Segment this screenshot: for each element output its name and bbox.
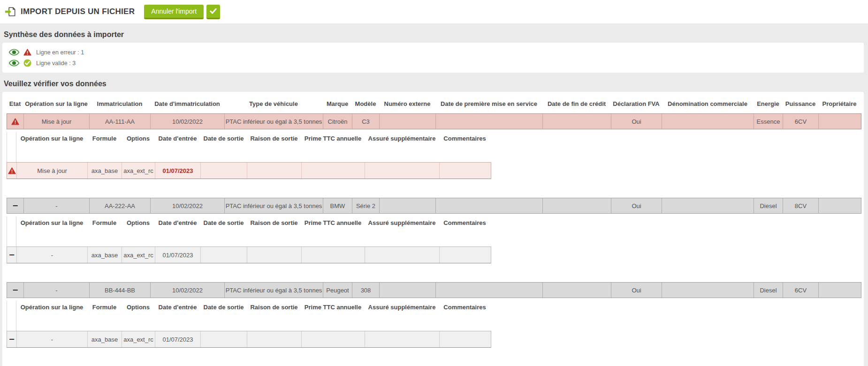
contract-cell: - [17,247,88,263]
vehicle-cell: PTAC inférieur ou égal à 3,5 tonnes [225,283,323,298]
column-header: Numéro externe [379,100,435,107]
eye-icon[interactable] [9,49,19,56]
sub-column-header: Options [122,135,155,142]
vehicle-cell [436,114,543,129]
check-icon [210,8,217,14]
vehicle-cell: 308 [352,283,380,298]
contract-cell [440,331,491,347]
vehicle-cell: 6CV [783,114,819,129]
vehicle-cell: PTAC inférieur ou égal à 3,5 tonnes [225,114,323,129]
sub-column-header: Prime TTC annuelle [301,219,365,226]
vehicle-group: −-BB-444-BB10/02/2022PTAC inférieur ou é… [7,282,860,348]
contract-cell: axa_ext_rc [122,247,155,263]
contract-cell [201,163,247,179]
cancel-import-button[interactable]: Annuler l'import [144,5,204,19]
sub-column-header: Formule [87,135,122,142]
column-header: Dénomination commerciale [662,100,754,107]
vehicle-cell [543,114,611,129]
row-state-cell: − [7,331,17,347]
subtable-gutter [7,229,16,246]
collapse-minus-icon[interactable]: − [8,251,15,259]
summary-item: Ligne valide : 3 [9,58,864,68]
vehicle-cell: BMW [323,198,352,213]
contract-cell [302,331,365,347]
vehicle-cell: Oui [611,114,662,129]
column-header: Déclaration FVA [611,100,662,107]
vehicle-cell [662,114,754,129]
sub-column-header: Date d'entrée [155,135,200,142]
vehicle-cell: BB-444-BB [90,283,151,298]
sub-column-header: Prime TTC annuelle [301,304,365,311]
contract-cell [440,247,491,263]
contract-cell: axa_base [88,163,122,179]
vehicle-row: Mise à jourAA-111-AA10/02/2022PTAC infér… [7,113,861,129]
vehicle-cell: AA-222-AA [90,198,151,213]
sub-column-header: Opération sur la ligne [16,219,87,226]
sub-column-header: Commentaires [439,135,490,142]
vehicle-cell: 10/02/2022 [151,114,225,129]
vehicle-cell [436,283,543,298]
subtable-gutter [7,313,16,331]
row-state-cell: − [7,247,17,263]
vehicle-row: −-BB-444-BB10/02/2022PTAC inférieur ou é… [7,282,861,298]
contract-cell [247,331,302,347]
sub-column-header: Date de sortie [200,135,247,142]
row-state-cell: − [7,198,24,213]
collapse-minus-icon[interactable]: − [12,286,18,294]
column-header: Propriétaire [818,100,860,107]
vehicle-cell: AA-111-AA [90,114,151,129]
vehicle-cell: 10/02/2022 [151,198,225,213]
warning-triangle-icon [11,118,19,125]
subtable-spacer [7,313,490,331]
import-file-icon [5,6,16,17]
warning-triangle-icon [8,167,16,174]
subtable-header-row: Opération sur la ligneFormuleOptionsDate… [7,217,490,229]
warning-triangle-icon [23,49,31,56]
contract-cell [365,247,440,263]
vehicle-cell [380,114,436,129]
subtable-gutter [7,144,16,162]
subtable-header-row: Opération sur la ligneFormuleOptionsDate… [7,301,490,313]
vehicle-cell: Diesel [754,198,783,213]
summary-item: Ligne en erreur : 1 [9,47,864,58]
column-header: Immatriculation [89,100,150,107]
row-state-cell [7,163,17,179]
vehicle-cell [819,114,861,129]
eye-icon[interactable] [9,60,19,67]
contract-cell: 01/07/2023 [155,163,201,179]
main-table-header-row: EtatOpération sur la ligneImmatriculatio… [7,97,860,111]
vehicle-group: Mise à jourAA-111-AA10/02/2022PTAC infér… [7,113,860,179]
contract-cell: 01/07/2023 [155,331,201,347]
sub-column-header: Commentaires [439,219,490,226]
collapse-minus-icon[interactable]: − [8,336,15,343]
vehicle-cell: PTAC inférieur ou égal à 3,5 tonnes [225,198,323,213]
vehicle-cell: 8CV [783,198,819,213]
vehicle-cell: - [24,198,90,213]
contract-row: −-axa_baseaxa_ext_rc01/07/2023 [7,331,491,348]
contract-cell [365,331,440,347]
column-header: Date de première mise en service [435,100,542,107]
contract-subtable: Opération sur la ligneFormuleOptionsDate… [7,301,860,348]
vehicle-group: −-AA-222-AA10/02/2022PTAC inférieur ou é… [7,198,860,263]
contract-cell [440,163,491,179]
row-state-cell [7,114,24,129]
vehicle-cell: C3 [352,114,380,129]
contract-subtable: Opération sur la ligneFormuleOptionsDate… [7,132,860,179]
vehicle-cell: Oui [611,198,662,213]
confirm-import-button[interactable] [206,5,220,19]
vehicle-cell [662,198,754,213]
contract-cell: axa_ext_rc [122,331,155,347]
column-header: Date d'immatriculation [150,100,224,107]
contract-cell: 01/07/2023 [155,247,201,263]
vehicle-cell: 10/02/2022 [151,283,225,298]
sub-column-header: Date d'entrée [155,219,200,226]
contract-row: −-axa_baseaxa_ext_rc01/07/2023 [7,246,491,263]
sub-column-header: Date de sortie [200,304,247,311]
column-header: Puissance [783,100,818,107]
vehicle-cell [380,198,436,213]
contract-cell: axa_base [88,331,122,347]
collapse-minus-icon[interactable]: − [12,202,18,209]
sub-column-header: Raison de sortie [247,135,301,142]
vehicle-cell: Peugeot [323,283,352,298]
summary-title: Synthèse des données à importer [4,30,868,39]
